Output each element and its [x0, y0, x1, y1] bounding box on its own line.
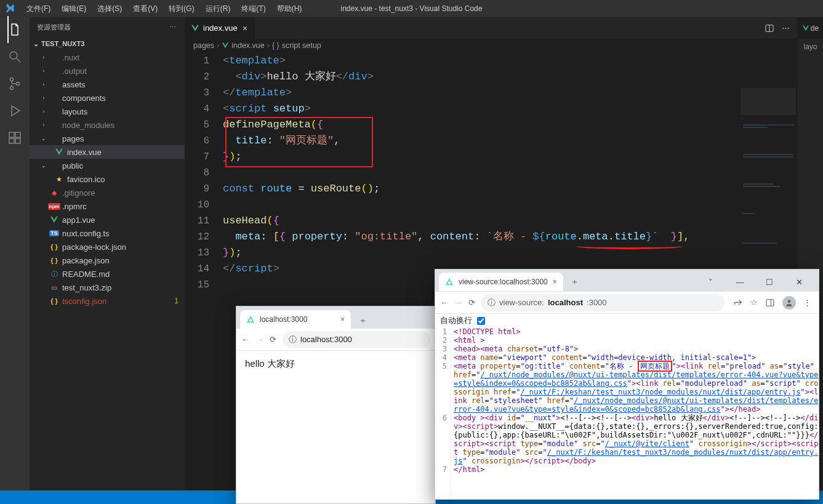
code-line[interactable]: 10 [185, 197, 797, 213]
code-line[interactable]: 9const route = useRoute(); [185, 181, 797, 197]
reload-icon[interactable]: ⟳ [270, 335, 276, 344]
close-icon[interactable]: × [241, 23, 249, 33]
tree-file[interactable]: { }package-lock.json [30, 240, 185, 254]
back-icon[interactable]: ← [440, 298, 448, 307]
code-line[interactable]: 13}); [185, 245, 797, 261]
line-number: 6 [185, 133, 223, 149]
page-content: hello 大家好 [236, 351, 435, 503]
extensions-icon[interactable] [7, 130, 22, 145]
split-editor-icon[interactable] [765, 23, 774, 33]
reload-icon[interactable]: ⟳ [468, 298, 475, 307]
site-info-icon[interactable]: ⓘ [289, 334, 297, 345]
new-tab-button[interactable]: ＋ [355, 313, 371, 329]
code-line[interactable]: 2 <div>hello 大家好</div> [185, 69, 797, 85]
tree-file[interactable]: npm.npmrc [30, 199, 185, 213]
tree-file[interactable]: ◆.gitignore [30, 186, 185, 199]
close-icon[interactable]: × [553, 278, 557, 286]
code-line[interactable]: 11useHead({ [185, 213, 797, 229]
right-tab[interactable]: de [798, 17, 823, 39]
menu-item[interactable]: 运行(R) [201, 1, 236, 17]
breadcrumb-item[interactable]: pages [193, 41, 214, 50]
code-line[interactable]: 5definePageMeta({ [185, 117, 797, 133]
svg-point-3 [10, 87, 14, 90]
forward-icon[interactable]: → [255, 335, 263, 344]
chevron-right-icon[interactable]: › [39, 81, 48, 87]
tree-folder[interactable]: ›layouts [30, 105, 185, 118]
minimize-icon[interactable]: — [726, 273, 753, 290]
source-view[interactable]: 1234567 <!DOCTYPE html><html ><head><met… [435, 327, 819, 499]
menu-item[interactable]: 帮助(H) [272, 1, 307, 17]
tree-file[interactable]: index.vue [30, 145, 185, 159]
svg-marker-10 [55, 149, 63, 155]
tree-file[interactable]: ▭test_nuxt3.zip [30, 281, 185, 294]
tree-folder[interactable]: ›components [30, 91, 185, 105]
chevron-right-icon[interactable]: › [39, 122, 48, 128]
address-bar[interactable]: ⓘ localhost:3000 [283, 331, 430, 348]
tree-file[interactable]: { }package.json [30, 254, 185, 267]
tree-folder[interactable]: ⌄public [30, 159, 185, 172]
bookmark-icon[interactable]: ☆ [750, 298, 758, 307]
chevron-right-icon[interactable]: › [39, 68, 48, 74]
run-debug-icon[interactable] [7, 103, 22, 118]
profile-avatar-icon[interactable] [782, 296, 796, 310]
menu-item[interactable]: 终端(T) [236, 1, 270, 17]
browser-tab[interactable]: view-source:localhost:3000 × [439, 273, 563, 291]
line-number: 1 [185, 53, 223, 69]
menu-icon[interactable]: ⋮ [803, 298, 811, 307]
svg-rect-6 [9, 132, 14, 137]
project-header[interactable]: ⌄ TEST_NUXT3 [30, 37, 185, 50]
code-line[interactable]: 4<script setup> [185, 101, 797, 117]
tree-file[interactable]: { }tsconfig.json1 [30, 294, 185, 308]
nuxt-favicon-icon [246, 315, 255, 324]
minimap[interactable] [741, 88, 796, 162]
chevron-right-icon[interactable]: › [39, 54, 48, 60]
explorer-icon[interactable] [7, 22, 22, 37]
source-control-icon[interactable] [7, 76, 22, 91]
chevron-right-icon[interactable]: › [39, 108, 48, 114]
menu-item[interactable]: 文件(F) [22, 1, 55, 17]
tree-folder[interactable]: ›node_modules [30, 118, 185, 132]
close-icon[interactable]: ✕ [785, 273, 813, 290]
chevron-right-icon[interactable]: › [39, 95, 48, 101]
menu-item[interactable]: 选择(S) [92, 1, 127, 17]
tree-file[interactable]: app1.vue [30, 213, 185, 226]
tree-folder[interactable]: ⌄pages [30, 132, 185, 145]
menu-item[interactable]: 查看(V) [128, 1, 163, 17]
address-bar[interactable]: ⓘ view-source:localhost:3000 [481, 294, 725, 311]
tab-index-vue[interactable]: index.vue × [185, 17, 255, 39]
back-icon[interactable]: ← [241, 335, 249, 344]
tree-file[interactable]: ★favicon.ico [30, 172, 185, 186]
search-icon[interactable] [7, 49, 22, 64]
code-line[interactable]: 7}); [185, 149, 797, 165]
breadcrumb-item[interactable]: index.vue [231, 41, 265, 50]
tree-folder[interactable]: ›.output [30, 64, 185, 78]
site-info-icon[interactable]: ⓘ [488, 297, 496, 308]
tree-label: layouts [62, 107, 185, 116]
code-line[interactable]: 12 meta: [{ property: "og:title", conten… [185, 229, 797, 245]
more-actions-icon[interactable]: ⋯ [782, 23, 791, 33]
tree-folder[interactable]: ›assets [30, 78, 185, 91]
breadcrumb[interactable]: pages › index.vue › { } script setup [185, 39, 797, 52]
browser-tab[interactable]: localhost:3000 × [240, 310, 351, 329]
chevron-down-icon[interactable]: ⌄ [39, 162, 48, 169]
tree-folder[interactable]: ›.nuxt [30, 50, 185, 64]
code-line[interactable]: 6 title: "网页标题", [185, 133, 797, 149]
side-panel-icon[interactable] [765, 298, 775, 308]
breadcrumb-item[interactable]: script setup [282, 41, 321, 50]
share-icon[interactable] [733, 298, 743, 308]
code-line[interactable]: 1<template> [185, 53, 797, 69]
search-dropdown-icon[interactable]: ˅ [697, 273, 724, 290]
menu-item[interactable]: 转到(G) [164, 1, 199, 17]
tree-file[interactable]: ⓘREADME.md [30, 267, 185, 281]
forward-icon[interactable]: → [454, 298, 462, 307]
wrap-checkbox[interactable] [477, 317, 485, 325]
sidebar-more-icon[interactable]: ⋯ [169, 23, 177, 31]
code-line[interactable]: 3</template> [185, 85, 797, 101]
chevron-down-icon[interactable]: ⌄ [39, 135, 48, 142]
menu-item[interactable]: 编辑(E) [57, 1, 91, 17]
maximize-icon[interactable]: ☐ [756, 273, 783, 290]
close-icon[interactable]: × [340, 315, 345, 324]
new-tab-button[interactable]: ＋ [567, 274, 583, 290]
tree-file[interactable]: TSnuxt.config.ts [30, 226, 185, 240]
code-line[interactable]: 8 [185, 165, 797, 181]
